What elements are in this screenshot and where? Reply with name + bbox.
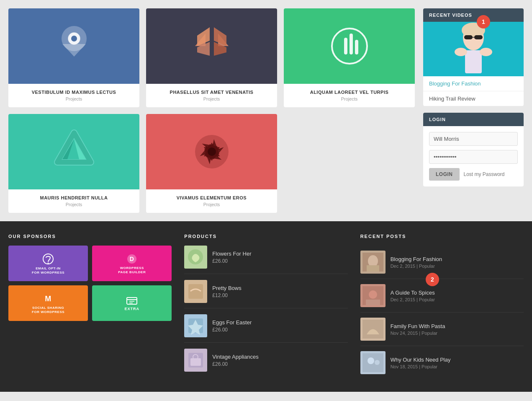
svg-point-53: [369, 290, 377, 299]
footer: OUR SPONSORS EMAIL OPT-INFOR WORDPRESS: [0, 221, 532, 392]
product-name-4: Vintage Appliances: [212, 354, 258, 360]
product-info-1: Flowers For Her £26.00: [212, 251, 251, 264]
sponsor-extra[interactable]: EXTRA: [92, 285, 172, 321]
portfolio-title-4: MAURIS HENDRERIT NULLA: [14, 195, 134, 200]
post-title-1: Blogging For Fashion: [391, 256, 442, 262]
badge-2: 2: [426, 273, 439, 286]
product-price-3: £26.00: [212, 327, 252, 333]
portfolio-item-2[interactable]: PHASELLUS SIT AMET VENENATIS Projects: [146, 8, 277, 107]
portfolio-item-5[interactable]: VIVAMUS ELEMENTUM EROS Projects: [146, 114, 277, 213]
svg-rect-14: [344, 38, 347, 54]
product-name-2: Pretty Bows: [212, 285, 241, 291]
portfolio-thumb-5: [146, 114, 277, 189]
svg-point-34: [48, 262, 49, 264]
sponsor-icon-3: M: [42, 293, 54, 305]
login-header: LOGIN: [423, 113, 524, 126]
product-item-1[interactable]: Flowers For Her £26.00: [184, 246, 347, 274]
svg-point-23: [208, 147, 216, 156]
product-info-2: Pretty Bows £12.00: [212, 285, 241, 298]
login-button[interactable]: LOGIN: [429, 168, 460, 181]
portfolio-title-5: VIVAMUS ELEMENTUM EROS: [152, 195, 271, 200]
product-price-1: £26.00: [212, 258, 251, 264]
product-item-3[interactable]: Eggs For Easter £26.00: [184, 314, 347, 343]
login-actions: LOGIN Lost my Password: [429, 168, 518, 181]
video-thumbnail[interactable]: [423, 22, 524, 76]
product-image-2: [186, 282, 205, 301]
diamond-icon: [189, 23, 235, 69]
product-info-4: Vintage Appliances £26.00: [212, 354, 258, 367]
portfolio-category-2: Projects: [152, 96, 271, 101]
username-input[interactable]: [429, 132, 518, 146]
portfolio-title-3: ALIQUAM LAOREET VEL TURPIS: [290, 90, 409, 95]
svg-point-58: [375, 360, 380, 365]
sponsor-icon-4: [126, 296, 138, 306]
post-image-1: [362, 253, 383, 272]
svg-text:M: M: [45, 295, 51, 303]
sponsor-email-optin[interactable]: EMAIL OPT-INFOR WORDPRESS: [8, 246, 88, 281]
products-col: PRODUCTS Flowers For Her £26.00: [184, 234, 347, 379]
post-meta-1: Dec 2, 2015 | Popular: [391, 264, 442, 269]
portfolio-item-3[interactable]: ALIQUAM LAOREET VEL TURPIS Projects: [284, 8, 415, 107]
post-item-1[interactable]: Blogging For Fashion Dec 2, 2015 | Popul…: [360, 246, 524, 279]
post-title-4: Why Our Kids Need Play: [391, 357, 451, 363]
post-item-2[interactable]: A Guide To Spices Dec 2, 2015 | Popular: [360, 279, 524, 313]
post-info-1: Blogging For Fashion Dec 2, 2015 | Popul…: [391, 256, 442, 269]
login-body: LOGIN Lost my Password: [423, 126, 524, 186]
svg-point-57: [368, 357, 374, 364]
svg-rect-16: [355, 40, 358, 54]
portfolio-thumb-4: [8, 114, 139, 189]
post-info-3: Family Fun With Pasta Nov 24, 2015 | Pop…: [391, 323, 445, 336]
password-input[interactable]: [429, 150, 518, 164]
post-meta-3: Nov 24, 2015 | Popular: [391, 331, 445, 336]
post-image-4: [362, 353, 383, 372]
post-title-2: A Guide To Spices: [391, 290, 435, 296]
product-image-3: [186, 316, 205, 335]
post-item-3[interactable]: Family Fun With Pasta Nov 24, 2015 | Pop…: [360, 313, 524, 346]
video-link-2[interactable]: Hiking Trail Review: [423, 91, 524, 106]
portfolio-thumb-3: [284, 8, 415, 84]
post-thumb-4: [360, 351, 386, 374]
product-image-1: [186, 248, 205, 266]
svg-point-31: [455, 48, 467, 56]
svg-marker-3: [62, 44, 86, 57]
portfolio-item-1[interactable]: VESTIBULUM ID MAXIMUS LECTUS Projects: [8, 8, 139, 107]
post-item-4[interactable]: Why Our Kids Need Play Nov 18, 2015 | Po…: [360, 346, 524, 379]
recent-posts-title: RECENT POSTS: [360, 234, 524, 239]
portfolio-item-4[interactable]: MAURIS HENDRERIT NULLA Projects: [8, 114, 139, 213]
recent-videos-header: RECENT VIDEOS: [423, 8, 524, 22]
svg-rect-30: [465, 50, 482, 73]
product-item-4[interactable]: Vintage Appliances £26.00: [184, 349, 347, 372]
sponsors-col: OUR SPONSORS EMAIL OPT-INFOR WORDPRESS: [8, 234, 172, 379]
svg-rect-15: [350, 34, 353, 54]
product-name-1: Flowers For Her: [212, 251, 251, 257]
products-title: PRODUCTS: [184, 234, 347, 239]
sponsor-page-builder[interactable]: D WORDPRESSPAGE BUILDER: [92, 246, 172, 281]
product-price-4: £26.00: [212, 361, 258, 367]
product-image-4: [186, 351, 205, 370]
svg-rect-27: [464, 35, 473, 39]
badge-1: 1: [477, 15, 490, 28]
sponsors-title: OUR SPONSORS: [8, 234, 172, 239]
product-thumb-2: [184, 280, 207, 303]
lost-password-link[interactable]: Lost my Password: [464, 171, 505, 177]
sidebar: RECENT VIDEOS: [423, 8, 524, 213]
svg-point-2: [71, 36, 77, 41]
portfolio-title-2: PHASELLUS SIT AMET VENENATIS: [152, 90, 271, 95]
video-link-1[interactable]: Blogging For Fashion: [423, 76, 524, 91]
product-thumb-3: [184, 314, 207, 337]
sponsor-social-sharing[interactable]: M SOCIAL SHARINGFOR WORDPRESS: [8, 285, 88, 321]
product-info-3: Eggs For Easter £26.00: [212, 319, 252, 333]
aperture-icon: [189, 129, 235, 175]
triangle-icon: [49, 127, 99, 177]
product-thumb-1: [184, 246, 207, 269]
post-info-2: A Guide To Spices Dec 2, 2015 | Popular: [391, 290, 435, 302]
post-thumb-1: [360, 251, 386, 274]
sponsors-grid: EMAIL OPT-INFOR WORDPRESS D WORDPRESSPAG…: [8, 246, 172, 321]
product-thumb-4: [184, 349, 207, 372]
product-item-2[interactable]: Pretty Bows £12.00: [184, 280, 347, 308]
product-list: Flowers For Her £26.00 Pretty Bows £12.0…: [184, 246, 347, 372]
sponsor-icon-2: D: [126, 253, 138, 265]
svg-point-33: [43, 254, 53, 264]
location-icon: [53, 21, 95, 71]
recent-posts-col: RECENT POSTS Blogging For Fashion Dec 2,…: [360, 234, 524, 379]
